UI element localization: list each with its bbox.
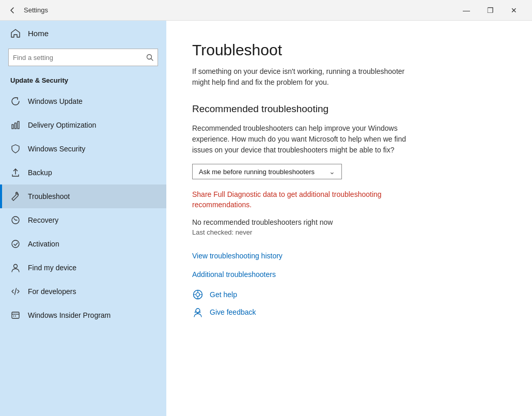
person-icon xyxy=(10,263,21,273)
sidebar-item-label: Find my device xyxy=(28,264,76,272)
svg-rect-10 xyxy=(12,312,19,318)
main-container: Home Update & Security Windows U xyxy=(0,21,532,416)
sidebar-item-for-developers[interactable]: For developers xyxy=(0,280,166,303)
give-feedback-label: Give feedback xyxy=(210,308,256,316)
maximize-button[interactable]: ❐ xyxy=(478,0,502,21)
minimize-button[interactable]: — xyxy=(455,0,478,21)
close-button[interactable]: ✕ xyxy=(502,0,526,21)
sidebar-item-label: Windows Security xyxy=(28,145,85,153)
diagnostic-link[interactable]: Share Full Diagnostic data to get additi… xyxy=(192,190,388,210)
recommended-desc: Recommended troubleshooters can help imp… xyxy=(192,123,419,156)
home-label: Home xyxy=(28,29,49,38)
window-controls: — ❐ ✕ xyxy=(455,0,526,21)
get-help-row[interactable]: Get help xyxy=(192,289,506,300)
svg-line-1 xyxy=(151,59,153,61)
dev-icon xyxy=(10,286,21,297)
sidebar-item-delivery-optimization[interactable]: Delivery Optimization xyxy=(0,113,166,137)
svg-point-8 xyxy=(14,265,18,268)
no-troubleshooters-text: No recommended troubleshooters right now xyxy=(192,218,506,226)
give-feedback-row[interactable]: Give feedback xyxy=(192,306,506,318)
svg-rect-2 xyxy=(12,125,13,129)
svg-point-12 xyxy=(13,316,14,317)
search-box[interactable] xyxy=(8,49,158,66)
dropdown-value: Ask me before running troubleshooters xyxy=(199,168,315,176)
home-icon xyxy=(10,28,21,38)
insider-icon xyxy=(10,310,21,320)
search-icon xyxy=(146,54,153,61)
sidebar-item-windows-security[interactable]: Windows Security xyxy=(0,137,166,161)
back-button[interactable] xyxy=(6,4,19,17)
troubleshooting-history-link[interactable]: View troubleshooting history xyxy=(192,252,506,260)
sidebar: Home Update & Security Windows U xyxy=(0,21,166,416)
sidebar-item-label: Troubleshoot xyxy=(28,192,70,201)
svg-rect-4 xyxy=(18,121,19,129)
titlebar: Settings — ❐ ✕ xyxy=(0,0,532,21)
refresh-icon xyxy=(10,96,21,106)
window-title: Settings xyxy=(24,6,48,14)
get-help-icon xyxy=(192,289,204,300)
svg-point-7 xyxy=(12,240,19,248)
page-title: Troubleshoot xyxy=(192,41,506,59)
last-checked-text: Last checked: never xyxy=(192,228,506,236)
sidebar-item-home[interactable]: Home xyxy=(0,21,166,45)
page-description: If something on your device isn't workin… xyxy=(192,66,419,88)
sidebar-item-label: Windows Insider Program xyxy=(28,311,111,319)
sidebar-item-activation[interactable]: Activation xyxy=(0,232,166,256)
upload-icon xyxy=(10,167,21,178)
svg-line-9 xyxy=(15,288,17,295)
give-feedback-icon xyxy=(192,306,204,318)
chevron-down-icon: ⌄ xyxy=(329,167,335,176)
sidebar-item-label: Windows Update xyxy=(28,97,83,105)
wrench-icon xyxy=(10,191,21,202)
activation-icon xyxy=(10,239,21,249)
sidebar-item-label: For developers xyxy=(28,287,76,296)
sidebar-item-backup[interactable]: Backup xyxy=(0,161,166,184)
sidebar-item-recovery[interactable]: Recovery xyxy=(0,208,166,232)
svg-point-13 xyxy=(15,316,16,317)
recovery-icon xyxy=(10,215,21,225)
chart-icon xyxy=(10,120,21,130)
svg-rect-3 xyxy=(15,123,17,129)
search-input[interactable] xyxy=(13,54,146,61)
sidebar-item-label: Activation xyxy=(28,240,59,248)
sidebar-item-label: Recovery xyxy=(28,216,58,224)
sidebar-item-label: Backup xyxy=(28,168,52,177)
sidebar-item-label: Delivery Optimization xyxy=(28,121,96,129)
additional-troubleshooters-link[interactable]: Additional troubleshooters xyxy=(192,270,506,279)
sidebar-item-windows-insider[interactable]: Windows Insider Program xyxy=(0,303,166,327)
get-help-label: Get help xyxy=(210,290,237,299)
svg-point-15 xyxy=(196,293,200,297)
sidebar-section-title: Update & Security xyxy=(0,73,166,89)
shield-icon xyxy=(10,144,21,154)
sidebar-item-find-my-device[interactable]: Find my device xyxy=(0,256,166,280)
sidebar-item-windows-update[interactable]: Windows Update xyxy=(0,89,166,113)
troubleshooter-dropdown[interactable]: Ask me before running troubleshooters ⌄ xyxy=(192,164,342,179)
sidebar-item-troubleshoot[interactable]: Troubleshoot xyxy=(0,184,166,208)
content-area: Troubleshoot If something on your device… xyxy=(166,21,532,416)
recommended-heading: Recommended troubleshooting xyxy=(192,103,506,115)
